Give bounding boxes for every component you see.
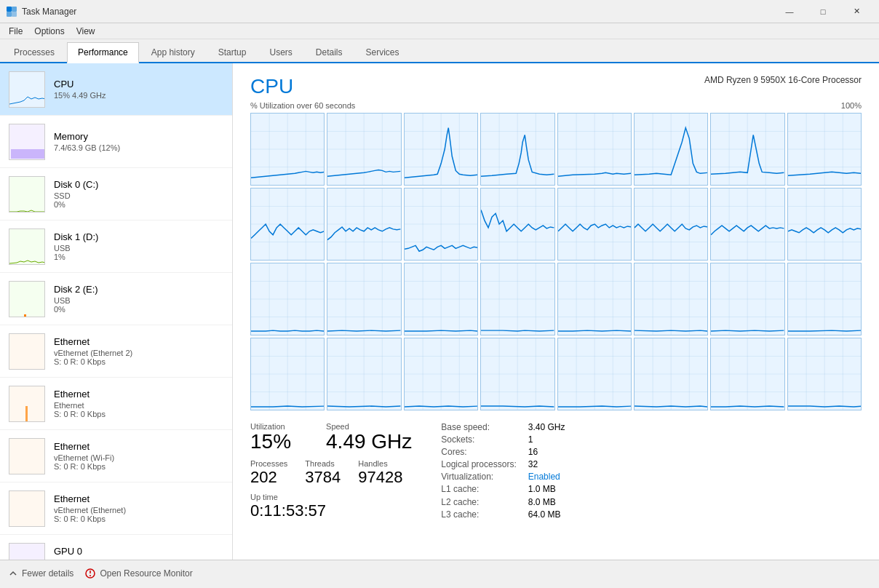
speed-value: 4.49 GHz	[326, 431, 412, 453]
window-controls: — □ ✕	[773, 0, 873, 23]
sidebar-item-eth2[interactable]: Ethernet Ethernet S: 0 R: 0 Kbps	[0, 378, 232, 430]
svg-rect-0	[7, 7, 12, 12]
cpu-thumbnail	[9, 71, 45, 108]
eth4-detail: vEthernet (Ethernet)	[54, 506, 223, 514]
eth2-usage: S: 0 R: 0 Kbps	[54, 410, 223, 418]
title-bar: Task Manager — □ ✕	[0, 0, 879, 23]
disk0-name: Disk 0 (C:)	[54, 179, 223, 190]
cpu-core-22	[710, 263, 784, 335]
tab-processes[interactable]: Processes	[3, 42, 65, 62]
processes-stat: Processes 202	[250, 459, 287, 487]
handles-label: Handles	[358, 459, 402, 468]
cpu-core-24	[250, 338, 325, 410]
bottom-bar: Fewer details Open Resource Monitor	[0, 560, 879, 586]
open-resource-monitor-button[interactable]: Open Resource Monitor	[85, 568, 192, 579]
eth4-thumbnail	[9, 490, 45, 527]
disk0-usage: 0%	[54, 200, 223, 209]
l3-value: 64.0 MB	[528, 509, 565, 520]
chevron-up-icon	[9, 569, 17, 578]
minimize-button[interactable]: —	[773, 0, 806, 23]
sidebar-item-eth3[interactable]: Ethernet vEthernet (Wi-Fi) S: 0 R: 0 Kbp…	[0, 430, 232, 482]
cpu-core-2	[404, 113, 478, 186]
sockets-label: Sockets:	[441, 434, 516, 445]
eth1-thumbnail	[9, 333, 45, 370]
disk1-type: USB	[54, 244, 223, 253]
cpu-core-0	[250, 113, 325, 186]
handles-stat: Handles 97428	[358, 459, 402, 487]
virt-label: Virtualization:	[441, 472, 516, 482]
resource-monitor-icon	[85, 568, 95, 579]
cpu-core-17	[327, 263, 401, 335]
memory-name: Memory	[54, 131, 223, 142]
eth2-name: Ethernet	[54, 389, 223, 400]
sidebar: CPU 15% 4.49 GHz Memory 7.4/63.9 GB (12%…	[0, 63, 233, 560]
cpu-core-4	[557, 113, 632, 186]
sidebar-item-cpu[interactable]: CPU 15% 4.49 GHz	[0, 63, 232, 116]
l1-label: L1 cache:	[441, 484, 516, 495]
menu-file[interactable]: File	[3, 25, 28, 38]
l1-value: 1.0 MB	[528, 484, 565, 495]
cpu-core-16	[250, 263, 325, 335]
gpu-model: NVIDIA GeForce RTX 3080	[54, 558, 223, 560]
cpu-core-10	[404, 188, 478, 261]
processor-name: AMD Ryzen 9 5950X 16-Core Processor	[704, 75, 862, 85]
svg-rect-16	[9, 543, 44, 560]
tab-startup[interactable]: Startup	[207, 42, 258, 62]
gpu-thumb-graph	[9, 543, 44, 560]
svg-rect-10	[24, 314, 26, 317]
stats-section: Utilization 15% Speed 4.49 GHz Processes…	[250, 422, 862, 520]
disk1-thumbnail	[9, 229, 45, 265]
disk2-info: Disk 2 (E:) USB 0%	[54, 284, 223, 314]
sidebar-item-disk0[interactable]: Disk 0 (C:) SSD 0%	[0, 168, 232, 220]
menu-options[interactable]: Options	[28, 25, 70, 38]
tab-users[interactable]: Users	[258, 42, 303, 62]
cpu-core-9	[327, 188, 401, 261]
menu-view[interactable]: View	[71, 25, 101, 38]
disk2-type: USB	[54, 296, 223, 305]
sidebar-item-eth1[interactable]: Ethernet vEthernet (Ethernet 2) S: 0 R: …	[0, 325, 232, 378]
disk2-thumb-graph	[9, 281, 44, 317]
cpu-core-26	[404, 338, 478, 410]
cpu-core-14	[710, 188, 784, 261]
sidebar-item-disk1[interactable]: Disk 1 (D:) USB 1%	[0, 220, 232, 273]
maximize-button[interactable]: □	[806, 0, 840, 23]
processes-label: Processes	[250, 459, 287, 468]
tab-services[interactable]: Services	[355, 42, 410, 62]
tab-app-history[interactable]: App history	[140, 42, 206, 62]
gpu-name: GPU 0	[54, 546, 223, 557]
eth3-usage: S: 0 R: 0 Kbps	[54, 462, 223, 471]
uptime-stat: Up time 0:11:53:57	[250, 493, 412, 520]
uptime-label: Up time	[250, 493, 412, 501]
utilization-speed-row: Utilization 15% Speed 4.49 GHz	[250, 422, 412, 453]
svg-rect-4	[9, 71, 44, 108]
cpu-core-31	[787, 338, 862, 410]
logical-value: 32	[528, 459, 565, 470]
svg-rect-9	[9, 281, 44, 317]
cpu-core-12	[557, 188, 632, 261]
eth1-name: Ethernet	[54, 336, 223, 347]
sidebar-item-gpu[interactable]: GPU 0 NVIDIA GeForce RTX 3080 20% (51 °C…	[0, 535, 232, 560]
sidebar-item-eth4[interactable]: Ethernet vEthernet (Ethernet) S: 0 R: 0 …	[0, 482, 232, 535]
content-panel: CPU AMD Ryzen 9 5950X 16-Core Processor …	[233, 63, 879, 560]
fewer-details-button[interactable]: Fewer details	[9, 568, 73, 579]
threads-label: Threads	[305, 459, 341, 468]
tab-details[interactable]: Details	[305, 42, 354, 62]
close-button[interactable]: ✕	[840, 0, 873, 23]
graph-label-max: 100%	[841, 101, 862, 110]
speed-stat: Speed 4.49 GHz	[326, 422, 412, 453]
eth3-thumbnail	[9, 438, 45, 474]
processes-threads-handles-row: Processes 202 Threads 3784 Handles 97428	[250, 459, 412, 487]
base-speed-value: 3.40 GHz	[528, 422, 565, 433]
disk1-thumb-graph	[9, 229, 44, 265]
cpu-info: CPU 15% 4.49 GHz	[54, 79, 223, 100]
svg-rect-3	[12, 12, 17, 17]
disk2-thumbnail	[9, 281, 45, 317]
cpu-core-29	[634, 338, 708, 410]
tab-performance[interactable]: Performance	[67, 42, 139, 63]
sockets-value: 1	[528, 434, 565, 445]
memory-info: Memory 7.4/63.9 GB (12%)	[54, 131, 223, 152]
uptime-value: 0:11:53:57	[250, 501, 412, 520]
sidebar-item-disk2[interactable]: Disk 2 (E:) USB 0%	[0, 273, 232, 325]
task-manager-icon	[6, 6, 17, 17]
sidebar-item-memory[interactable]: Memory 7.4/63.9 GB (12%)	[0, 116, 232, 168]
